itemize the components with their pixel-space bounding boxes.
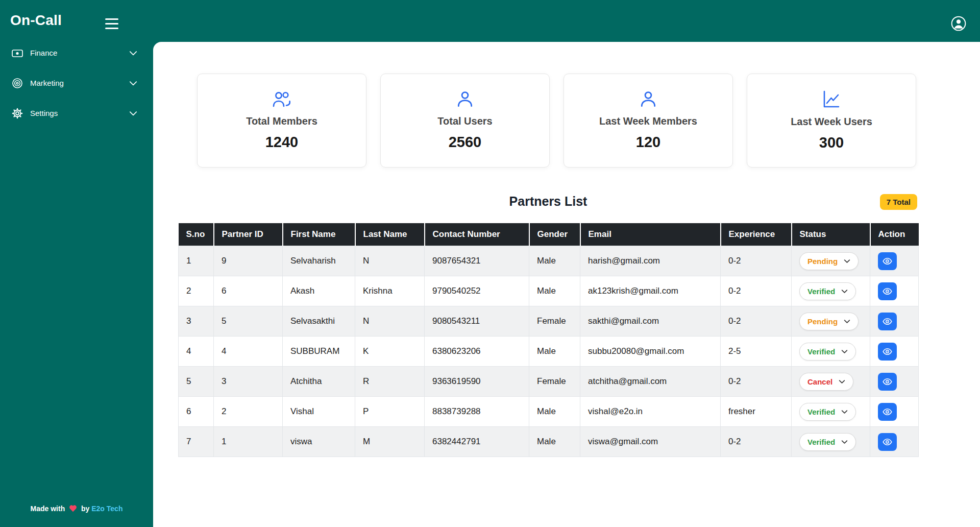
partners-list-header: Partners List 7 Total [178,194,918,215]
sidebar-item-settings[interactable]: Settings [0,98,153,128]
cell-partner-id: 9 [214,246,283,276]
cell-partner-id: 6 [214,276,283,306]
cell-last-name: P [355,397,425,427]
made-with-text: Made with [31,505,65,513]
people-icon [271,90,293,109]
cell-email: vishal@e2o.in [580,397,721,427]
cell-partner-id: 4 [214,337,283,367]
view-button[interactable] [878,252,897,270]
user-avatar-button[interactable] [950,15,967,34]
cell-experience: 0-2 [721,276,792,306]
heart-icon [69,505,77,512]
cell-last-name: M [355,427,425,457]
cell-action [870,306,919,337]
chevron-down-icon [844,258,850,265]
chevron-down-icon [129,49,138,58]
chevron-down-icon [839,378,845,385]
status-select[interactable]: Verified [799,403,856,421]
stat-cards: Total Members 1240 Total Users 2560 Last… [197,74,916,167]
view-button[interactable] [878,373,897,391]
cell-gender: Male [529,427,580,457]
view-button[interactable] [878,403,897,421]
partners-table-body: 19SelvaharishN9087654321Maleharish@gmail… [179,246,919,457]
cell-sno: 5 [179,367,214,397]
cell-email: sakthi@gmail.com [580,306,721,337]
status-select[interactable]: Pending [799,252,859,270]
total-count-badge: 7 Total [880,194,917,210]
status-select[interactable]: Cancel [799,373,853,391]
cell-email: ak123krish@gmail.com [580,276,721,306]
cell-last-name: N [355,246,425,276]
cell-gender: Female [529,306,580,337]
stat-label: Total Members [246,115,317,127]
cell-action [870,427,919,457]
cell-status: Verified [792,427,870,457]
status-label: Pending [807,257,838,266]
cell-email: subbu20080@gmail.com [580,337,721,367]
app-brand: On-Call [10,12,62,29]
stat-value: 300 [819,134,844,151]
cell-partner-id: 2 [214,397,283,427]
eye-icon [882,437,893,447]
cell-last-name: N [355,306,425,337]
view-button[interactable] [878,282,897,300]
status-select[interactable]: Verified [799,343,856,361]
sidebar-item-finance[interactable]: Finance [0,38,153,68]
cell-email: harish@gmail.com [580,246,721,276]
status-select[interactable]: Verified [799,433,856,451]
table-row: 35SelvasakthiN9080543211Femalesakthi@gma… [179,306,919,337]
eye-icon [882,376,893,387]
col-status: Status [792,223,870,246]
company-link[interactable]: E2o Tech [91,505,122,513]
stat-label: Last Week Users [791,116,872,128]
hamburger-icon [105,18,118,20]
cell-status: Verified [792,337,870,367]
cell-action [870,276,919,306]
stat-value: 1240 [265,134,299,151]
cell-gender: Female [529,367,580,397]
status-select[interactable]: Pending [799,313,859,330]
sidebar-item-marketing[interactable]: Marketing [0,68,153,98]
gear-icon [11,107,24,119]
menu-toggle-button[interactable] [105,18,118,29]
view-button[interactable] [878,343,897,361]
main-content: Total Members 1240 Total Users 2560 Last… [153,42,980,527]
col-email: Email [580,223,721,246]
view-button[interactable] [878,433,897,451]
stat-card-last-week-members: Last Week Members 120 [564,74,733,167]
cell-partner-id: 3 [214,367,283,397]
view-button[interactable] [878,313,897,330]
sidebar-item-label: Settings [30,109,58,117]
cell-first-name: Akash [283,276,355,306]
cell-experience: 2-5 [721,337,792,367]
cell-contact-number: 6380623206 [425,337,529,367]
stat-label: Last Week Members [599,115,697,127]
table-header: S.no Partner ID First Name Last Name Con… [179,223,919,246]
target-icon [11,77,24,89]
chevron-down-icon [844,318,850,325]
cell-contact-number: 9080543211 [425,306,529,337]
cell-sno: 3 [179,306,214,337]
cell-sno: 2 [179,276,214,306]
page-title: Partners List [178,194,918,209]
sidebar-item-label: Finance [30,49,57,57]
person-icon [456,90,474,109]
eye-icon [882,256,893,267]
stat-value: 120 [636,134,660,151]
status-select[interactable]: Verified [799,282,856,300]
table-row: 26AkashKrishna9790540252Maleak123krish@g… [179,276,919,306]
sidebar-nav: Finance Marketing Settings [0,38,153,128]
chevron-down-icon [841,288,848,295]
cell-first-name: Vishal [283,397,355,427]
cell-last-name: R [355,367,425,397]
col-action: Action [870,223,919,246]
eye-icon [882,316,893,327]
stat-card-total-users: Total Users 2560 [380,74,550,167]
chevron-down-icon [129,109,138,118]
cell-first-name: SUBBURAM [283,337,355,367]
cell-experience: 0-2 [721,427,792,457]
cell-gender: Male [529,397,580,427]
cell-sno: 1 [179,246,214,276]
col-last-name: Last Name [355,223,425,246]
cell-experience: 0-2 [721,246,792,276]
